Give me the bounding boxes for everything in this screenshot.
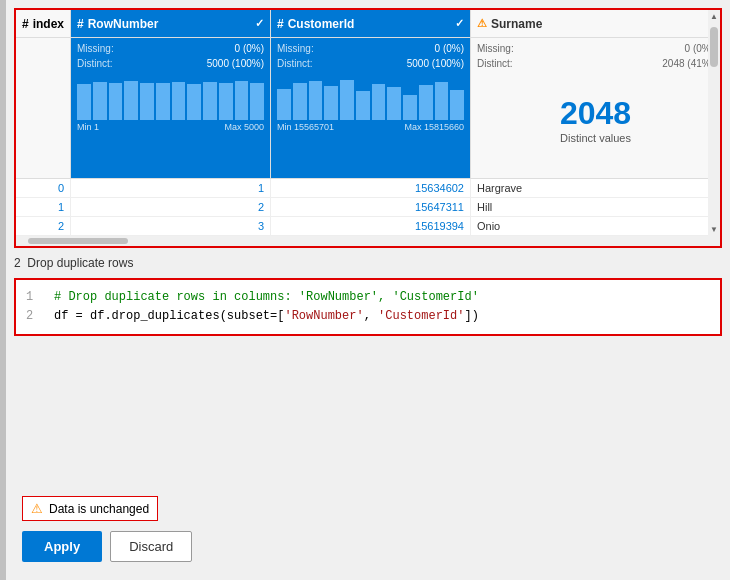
surname-distinct-number: 2048 [560, 95, 631, 132]
line-num-1: 1 [26, 288, 42, 307]
bar [219, 83, 233, 120]
cell-rownumber-2: 3 [71, 217, 271, 235]
bar [187, 84, 201, 120]
table-header-row: # index # RowNumber ✓ Missing: 0 (0%) [16, 10, 720, 178]
bar [203, 82, 217, 120]
bar [140, 83, 154, 120]
scroll-down-arrow[interactable]: ▼ [708, 223, 720, 236]
code-line-2: 2 df = df.drop_duplicates(subset=['RowNu… [26, 307, 710, 326]
vertical-scrollbar[interactable]: ▲ ▼ [708, 10, 720, 236]
cid-bar-range: Min 15565701 Max 15815660 [271, 122, 470, 136]
rownumber-barchart [71, 74, 270, 122]
col-surname-label: Surname [491, 17, 542, 31]
button-row: Apply Discard [14, 531, 722, 572]
scroll-up-arrow[interactable]: ▲ [708, 10, 720, 23]
data-rows: 0 1 15634602 Hargrave 1 2 15647311 Hill … [16, 178, 720, 236]
apply-button[interactable]: Apply [22, 531, 102, 562]
bar [124, 81, 138, 120]
status-text: Data is unchanged [49, 502, 149, 516]
cid-max: Max 15815660 [404, 122, 464, 132]
bar [324, 86, 338, 120]
status-message: ⚠ Data is unchanged [22, 496, 158, 521]
step-label: 2 Drop duplicate rows [6, 248, 730, 274]
col-customerid-label: CustomerId [288, 17, 355, 31]
bar [309, 81, 323, 120]
bar [293, 83, 307, 120]
discard-button[interactable]: Discard [110, 531, 192, 562]
sn-distinct-val: 2048 (41%) [662, 56, 714, 71]
col-rownumber-label: RowNumber [88, 17, 159, 31]
surname-distinct-sublabel: Distinct values [560, 132, 631, 144]
v-scroll-thumb[interactable] [710, 27, 718, 67]
customerid-barchart [271, 74, 470, 122]
main-wrapper: # index # RowNumber ✓ Missing: 0 (0%) [0, 0, 730, 580]
cell-index-1: 1 [16, 198, 71, 216]
step-number: 2 [14, 256, 21, 270]
bar [235, 81, 249, 120]
bar [250, 83, 264, 120]
rn-distinct-val: 5000 (100%) [207, 56, 264, 71]
rownumber-hash-icon: # [77, 17, 84, 31]
cid-distinct-label: Distinct: [277, 56, 313, 71]
surname-distinct-display: 2048 Distinct values [471, 74, 720, 164]
status-area: ⚠ Data is unchanged Apply Discard [6, 340, 730, 580]
rn-max: Max 5000 [224, 122, 264, 132]
code-func-2a: df = df.drop_duplicates(subset=['RowNumb… [54, 307, 479, 326]
sn-distinct-label: Distinct: [477, 56, 513, 71]
rn-missing-val: 0 (0%) [235, 41, 264, 56]
index-hash-icon: # [22, 17, 29, 31]
rn-min: Min 1 [77, 122, 99, 132]
bar [93, 82, 107, 120]
col-surname-header: ⚠ Surname [471, 10, 720, 38]
status-warning-icon: ⚠ [31, 501, 43, 516]
table-row: 2 3 15619394 Onio [16, 217, 720, 236]
bar [372, 84, 386, 120]
sn-missing-label: Missing: [477, 41, 514, 56]
table-row: 0 1 15634602 Hargrave [16, 179, 720, 198]
cell-rownumber-1: 2 [71, 198, 271, 216]
bar [156, 83, 170, 120]
line-num-2: 2 [26, 307, 42, 326]
col-rownumber-header: # RowNumber ✓ [71, 10, 270, 38]
code-line-1: 1 # Drop duplicate rows in columns: 'Row… [26, 288, 710, 307]
rn-distinct-label: Distinct: [77, 56, 113, 71]
left-indicator [0, 0, 6, 580]
cell-index-0: 0 [16, 179, 71, 197]
surname-stats: Missing: 0 (0%) Distinct: 2048 (41%) [471, 38, 720, 74]
cid-missing-label: Missing: [277, 41, 314, 56]
col-customerid-header: # CustomerId ✓ [271, 10, 470, 38]
h-scroll-thumb[interactable] [28, 238, 128, 244]
bar [450, 90, 464, 120]
cell-surname-2: Onio [471, 217, 720, 235]
cell-index-2: 2 [16, 217, 71, 235]
bar [356, 91, 370, 120]
surname-warning-icon: ⚠ [477, 17, 487, 30]
rownumber-checkmark-icon: ✓ [255, 17, 264, 30]
col-index: # index [16, 10, 71, 178]
code-comment-1: # Drop duplicate rows in columns: 'RowNu… [54, 288, 479, 307]
bar [387, 87, 401, 120]
customerid-checkmark-icon: ✓ [455, 17, 464, 30]
code-block: 1 # Drop duplicate rows in columns: 'Row… [14, 278, 722, 336]
cid-min: Min 15565701 [277, 122, 334, 132]
bar [172, 82, 186, 120]
bar [340, 80, 354, 120]
col-customerid: # CustomerId ✓ Missing: 0 (0%) Distinct:… [271, 10, 471, 178]
cell-surname-0: Hargrave [471, 179, 720, 197]
horizontal-scrollbar[interactable] [16, 236, 720, 246]
cell-customerid-0: 15634602 [271, 179, 471, 197]
bar [435, 82, 449, 120]
col-surname: ⚠ Surname Missing: 0 (0%) Distinct: 2048… [471, 10, 720, 178]
bar [403, 95, 417, 120]
customerid-stats: Missing: 0 (0%) Distinct: 5000 (100%) [271, 38, 470, 74]
bar [109, 83, 123, 120]
bar [77, 84, 91, 120]
rn-bar-range: Min 1 Max 5000 [71, 122, 270, 136]
bar [277, 89, 291, 121]
step-text: Drop duplicate rows [27, 256, 133, 270]
bar [419, 85, 433, 120]
cell-customerid-2: 15619394 [271, 217, 471, 235]
customerid-hash-icon: # [277, 17, 284, 31]
cell-customerid-1: 15647311 [271, 198, 471, 216]
col-index-header: # index [16, 10, 70, 38]
